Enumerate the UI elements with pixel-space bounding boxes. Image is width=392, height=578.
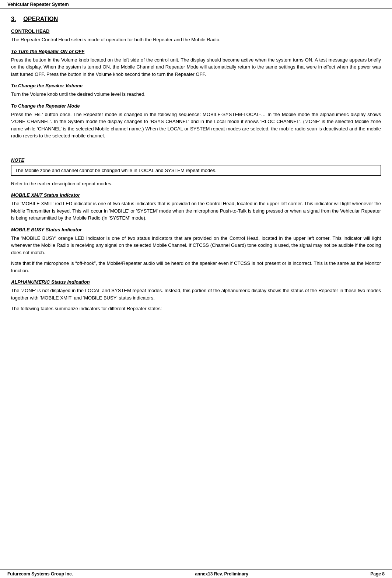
header-bar: Vehicular Repeater System (0, 0, 392, 8)
turn-on-off-body: Press the button in the Volume knob loca… (11, 56, 381, 78)
control-head-heading: CONTROL HEAD (11, 28, 381, 34)
mobile-xmit-body: The 'MOBILE XMIT' red LED indicator is o… (11, 200, 381, 222)
footer-left: Futurecom Systems Group Inc. (7, 571, 73, 577)
footer-center: annex13 Rev. Preliminary (195, 571, 248, 577)
mobile-xmit-heading: MOBILE XMIT Status Indicator (11, 192, 381, 198)
control-head-intro: The Repeater Control Head selects mode o… (11, 36, 381, 43)
refer-text: Refer to the earlier description of repe… (11, 180, 381, 188)
header-title: Vehicular Repeater System (7, 1, 69, 7)
note-label: NOTE (11, 157, 381, 163)
section-number: 3. (11, 16, 16, 22)
repeater-mode-body: Press the 'H/L' button once. The Repeate… (11, 111, 381, 140)
repeater-mode-heading: To Change the Repeater Mode (11, 103, 381, 109)
section-title: OPERATION (23, 16, 58, 22)
alphanumeric-heading: ALPHANUMERIC Status Indication (11, 279, 381, 285)
mobile-busy-body2: Note that if the microphone is “off-hook… (11, 260, 381, 274)
section-heading: 3. OPERATION (11, 16, 381, 22)
mobile-busy-body1: The 'MOBILE BUSY' orange LED indicator i… (11, 235, 381, 256)
footer-bar: Futurecom Systems Group Inc. annex13 Rev… (0, 570, 392, 578)
speaker-volume-body: Turn the Volume knob until the desired v… (11, 91, 381, 98)
alphanumeric-body1: The ‘ZONE’ is not displayed in the LOCAL… (11, 287, 381, 301)
footer-right: Page 8 (370, 571, 385, 577)
turn-on-off-heading: To Turn the Repeater ON or OFF (11, 49, 381, 54)
speaker-volume-heading: To Change the Speaker Volume (11, 83, 381, 88)
page-container: Vehicular Repeater System 3. OPERATION C… (0, 0, 392, 578)
mobile-busy-heading: MOBILE BUSY Status Indicator (11, 227, 381, 232)
alphanumeric-body2: The following tables summarize indicator… (11, 305, 381, 312)
content-area: 3. OPERATION CONTROL HEAD The Repeater C… (0, 8, 392, 570)
note-box: The Mobile zone and channel cannot be ch… (11, 165, 381, 176)
